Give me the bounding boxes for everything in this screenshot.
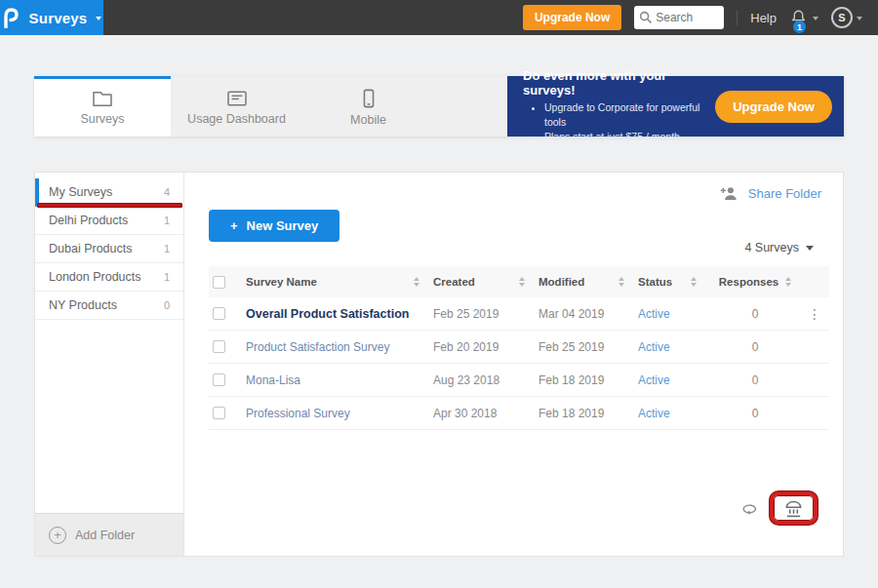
modified-date: Mar 04 2019 (539, 307, 638, 321)
dashboard-icon (226, 90, 248, 107)
upgrade-now-button[interactable]: Upgrade Now (523, 5, 621, 30)
sort-icon[interactable] (785, 274, 791, 290)
list-footer-actions (741, 491, 818, 525)
trash-button[interactable] (783, 498, 804, 518)
created-date: Feb 20 2019 (433, 340, 539, 354)
app-window: Surveys Upgrade Now Help 1 (0, 0, 878, 588)
column-header-created: Created (433, 276, 475, 288)
promo-bullet: Upgrade to Corporate for powerful tools (544, 100, 709, 130)
modified-date: Feb 25 2019 (539, 340, 638, 354)
search-icon (639, 11, 653, 24)
chevron-down-icon (806, 246, 814, 255)
tab-usage-dashboard[interactable]: Usage Dashboard (171, 76, 302, 137)
tab-mobile[interactable]: Mobile (302, 76, 434, 137)
plus-circle-icon: + (49, 527, 66, 544)
proprofs-logo-icon (2, 8, 20, 28)
responses-count: 0 (710, 340, 800, 354)
responses-count: 0 (710, 307, 800, 321)
restore-arrow-icon (741, 501, 758, 516)
sort-icon[interactable] (519, 274, 525, 290)
folder-name: Delhi Products (49, 214, 128, 227)
tab-label: Mobile (350, 113, 386, 127)
folder-icon (92, 90, 113, 107)
folder-count: 1 (164, 243, 170, 255)
new-survey-label: New Survey (247, 218, 319, 233)
table-row: Professional Survey Apr 30 2018 Feb 18 2… (209, 397, 829, 430)
sort-icon[interactable] (691, 274, 697, 290)
folder-count: 0 (164, 299, 170, 311)
mobile-icon (362, 89, 376, 108)
share-folder-button[interactable]: Share Folder (720, 185, 821, 201)
chevron-down-icon (96, 17, 101, 23)
survey-name-link[interactable]: Product Satisfaction Survey (246, 340, 389, 354)
surveys-table: Survey Name Created Modified Status Resp… (209, 266, 829, 430)
tab-label: Usage Dashboard (187, 112, 286, 126)
sort-icon[interactable] (414, 274, 419, 290)
row-checkbox[interactable] (213, 307, 225, 320)
survey-name-link[interactable]: Mona-Lisa (246, 373, 300, 387)
promo-bullet: Plans start at just $75 / month (544, 130, 709, 144)
responses-count: 0 (710, 373, 800, 387)
folder-name: NY Products (49, 298, 117, 312)
restore-button[interactable] (741, 501, 758, 516)
tab-strip-filler (434, 76, 507, 137)
product-name: Surveys (29, 10, 88, 26)
created-date: Apr 30 2018 (433, 407, 539, 420)
add-person-icon (720, 185, 739, 201)
surveys-panel: My Surveys 4 Delhi Products 1 Dubai Prod… (34, 172, 844, 557)
upgrade-promo-banner: Do even more with your surveys! Upgrade … (507, 76, 844, 137)
share-folder-label: Share Folder (748, 186, 821, 201)
column-header-responses: Responses (719, 276, 778, 288)
chevron-down-icon (857, 17, 862, 23)
column-header-survey-name: Survey Name (246, 276, 317, 288)
promo-upgrade-button[interactable]: Upgrade Now (715, 91, 832, 123)
add-folder-label: Add Folder (75, 529, 135, 542)
responses-count: 0 (710, 407, 800, 420)
search-box[interactable] (634, 6, 724, 29)
folder-item-dubai-products[interactable]: Dubai Products 1 (35, 235, 183, 263)
account-menu[interactable]: S (831, 7, 862, 28)
modified-date: Feb 18 2019 (539, 373, 638, 387)
folder-name: London Products (49, 270, 141, 284)
status-value: Active (638, 407, 710, 420)
notifications-menu[interactable]: 1 (789, 8, 818, 27)
folder-item-delhi-products[interactable]: Delhi Products 1 (35, 207, 183, 235)
top-navigation-bar: Surveys Upgrade Now Help 1 (0, 0, 878, 35)
product-switcher[interactable]: Surveys (0, 0, 103, 35)
folder-name: Dubai Products (49, 242, 132, 255)
survey-list-panel: Share Folder + New Survey 4 Surveys Surv… (185, 173, 843, 556)
help-link[interactable]: Help (737, 11, 777, 25)
folder-count: 1 (164, 271, 170, 283)
annotation-red-box (770, 491, 818, 525)
folder-item-ny-products[interactable]: NY Products 0 (35, 292, 183, 320)
survey-count-dropdown[interactable]: 4 Surveys (744, 241, 814, 255)
select-all-checkbox[interactable] (213, 276, 225, 289)
plus-icon: + (230, 218, 238, 233)
tab-surveys[interactable]: Surveys (34, 76, 171, 137)
status-value: Active (638, 340, 710, 354)
new-survey-button[interactable]: + New Survey (209, 210, 339, 242)
table-row: Mona-Lisa Aug 23 2018 Feb 18 2019 Active… (209, 364, 829, 397)
tab-strip: Surveys Usage Dashboard Mobile (34, 76, 844, 137)
survey-name-link[interactable]: Overall Product Satisfaction (246, 307, 409, 321)
status-value: Active (638, 307, 710, 321)
status-value: Active (638, 373, 710, 387)
add-folder-button[interactable]: + Add Folder (35, 513, 183, 556)
avatar: S (831, 7, 853, 28)
tab-label: Surveys (80, 112, 124, 126)
table-row: Product Satisfaction Survey Feb 20 2019 … (209, 331, 829, 364)
row-checkbox[interactable] (213, 340, 225, 353)
folders-sidebar: My Surveys 4 Delhi Products 1 Dubai Prod… (35, 173, 184, 556)
kebab-menu-icon[interactable]: ⋮ (808, 306, 821, 322)
created-date: Aug 23 2018 (433, 373, 539, 387)
row-checkbox[interactable] (213, 373, 225, 386)
survey-count-label: 4 Surveys (744, 241, 799, 255)
annotation-red-underline (37, 203, 182, 208)
row-checkbox[interactable] (213, 407, 225, 419)
table-header-row: Survey Name Created Modified Status Resp… (209, 266, 829, 297)
folder-item-london-products[interactable]: London Products 1 (35, 263, 183, 292)
sort-icon[interactable] (619, 274, 624, 290)
notification-count-badge: 1 (793, 20, 806, 33)
column-header-status: Status (638, 276, 672, 288)
survey-name-link[interactable]: Professional Survey (246, 407, 350, 420)
